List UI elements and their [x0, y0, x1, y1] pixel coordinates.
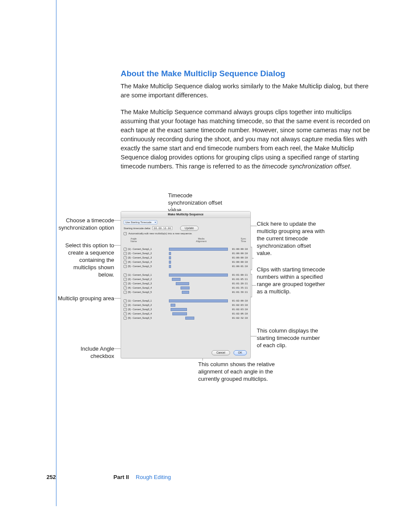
clip-groups: ✓[1] - Concert_Song1_101:00:00:10✓[2] - … — [124, 247, 248, 347]
clip-row: ✓[1] - Concert_Song1_101:00:00:10 — [124, 247, 248, 251]
alignment-bar — [169, 265, 171, 268]
include-angle-checkbox[interactable]: ✓ — [124, 278, 127, 281]
alignment-bar — [169, 256, 171, 259]
alignment-bar — [181, 286, 190, 289]
callout-grouping-area: Multiclip grouping area — [56, 295, 114, 302]
include-angle-checkbox[interactable]: ✓ — [124, 299, 127, 302]
alignment-bar — [169, 248, 228, 251]
include-angle-checkbox[interactable]: ✓ — [124, 261, 127, 264]
section-heading: About the Make Multiclip Sequence Dialog — [121, 69, 371, 78]
alignment-bar — [171, 304, 175, 307]
clip-row: ✓[2] - Concert_Song3_201:02:03:10 — [124, 303, 248, 307]
clip-row: ✓[2] - Concert_Song2_201:01:05:11 — [124, 277, 248, 281]
alignment-bar — [176, 282, 189, 285]
alignment-bar — [185, 317, 194, 320]
cancel-button[interactable]: Cancel — [212, 350, 230, 355]
sync-timecode: 01:02:03:10 — [228, 304, 248, 306]
callout-group-bracket: Clips with starting timecode numbers wit… — [257, 266, 326, 296]
auto-edit-checkbox[interactable]: ✓ — [124, 232, 127, 235]
sync-timecode: 01:00:00:10 — [228, 252, 248, 255]
clip-row: ✓[5] - Concert_Song2_501:01:38:11 — [124, 290, 248, 294]
include-angle-checkbox[interactable]: ✓ — [124, 308, 127, 311]
alignment-bar — [169, 252, 171, 255]
clip-name: [2] - Concert_Song3_2 — [128, 304, 169, 306]
sync-timecode: 01:02:06:10 — [228, 312, 248, 315]
body-paragraph-1: The Make Multiclip Sequence dialog works… — [121, 82, 371, 100]
make-multiclip-sequence-dialog: Make Multiclip Sequence Use Starting Tim… — [121, 211, 251, 358]
callout-angle-checkbox: Include Angle checkbox — [56, 345, 114, 360]
alignment-bar — [182, 291, 189, 294]
alignment-bar — [171, 308, 187, 311]
callout-update: Click here to update the multiclip group… — [257, 221, 326, 257]
clip-name: [3] - Concert_Song1_3 — [128, 256, 169, 259]
include-angle-checkbox[interactable]: ✓ — [124, 274, 127, 277]
clip-name: [4] - Concert_Song1_4 — [128, 261, 169, 263]
clip-row: ✓[1] - Concert_Song2_101:01:00:11 — [124, 273, 248, 277]
sync-timecode: 01:00:01:10 — [228, 265, 248, 268]
clip-name: [1] - Concert_Song3_1 — [128, 299, 169, 302]
clip-row: ✓[2] - Concert_Song1_201:00:00:10 — [124, 251, 248, 255]
clip-name: [5] - Concert_Song2_5 — [128, 291, 169, 293]
alignment-bar — [172, 312, 187, 315]
page-number: 252 — [47, 474, 56, 480]
update-button[interactable]: Update — [180, 226, 199, 231]
alignment-bar — [172, 278, 181, 281]
alignment-bar — [169, 299, 228, 302]
include-angle-checkbox[interactable]: ✓ — [124, 248, 127, 251]
include-angle-checkbox[interactable]: ✓ — [124, 256, 127, 259]
clip-name: [2] - Concert_Song1_2 — [128, 252, 169, 255]
include-angle-checkbox[interactable]: ✓ — [124, 317, 127, 320]
dialog-title: Make Multiclip Sequence — [121, 212, 250, 218]
clip-name: [5] - Concert_Song1_5 — [128, 265, 169, 268]
delta-timecode-input[interactable]: 00:00:10:00 — [153, 226, 172, 230]
ok-button[interactable]: OK — [234, 350, 247, 355]
callout-align-col: This column shows the relative alignment… — [198, 361, 280, 383]
clip-row: ✓[3] - Concert_Song3_301:02:03:10 — [124, 307, 248, 311]
clip-name: [4] - Concert_Song2_4 — [128, 286, 169, 289]
include-angle-checkbox[interactable]: ✓ — [124, 291, 127, 294]
sync-timecode: 01:02:00:10 — [228, 299, 248, 302]
include-angle-checkbox[interactable]: ✓ — [124, 252, 127, 255]
clip-row: ✓[4] - Concert_Song2_401:01:35:11 — [124, 286, 248, 290]
sync-timecode: 01:01:20:11 — [228, 282, 248, 285]
include-angle-checkbox[interactable]: ✓ — [124, 304, 127, 307]
clip-name: [3] - Concert_Song3_3 — [128, 308, 169, 311]
callout-sync-option: Choose a timecode synchronization option — [56, 217, 114, 232]
sync-method-select[interactable]: Use Starting Timecode — [124, 220, 157, 224]
clip-name: [5] - Concert_Song3_5 — [128, 317, 169, 319]
section-label: Rough Editing — [136, 474, 171, 480]
clip-row: ✓[3] - Concert_Song2_301:01:20:11 — [124, 281, 248, 286]
sync-timecode: 01:01:05:11 — [228, 278, 248, 280]
clip-row: ✓[1] - Concert_Song3_101:02:00:10 — [124, 299, 248, 303]
alignment-bar — [169, 261, 171, 264]
alignment-bar — [169, 274, 228, 277]
sync-timecode: 01:01:00:11 — [228, 274, 248, 276]
sync-timecode: 01:00:00:10 — [228, 248, 248, 250]
clip-name: [2] - Concert_Song2_2 — [128, 278, 169, 280]
clip-row: ✓[4] - Concert_Song1_401:00:00:10 — [124, 260, 248, 264]
include-angle-checkbox[interactable]: ✓ — [124, 286, 127, 289]
include-angle-checkbox[interactable]: ✓ — [124, 282, 127, 285]
clip-row: ✓[5] - Concert_Song1_501:00:01:10 — [124, 264, 248, 268]
page-footer: 252 Part II Rough Editing — [47, 474, 171, 480]
include-angle-checkbox[interactable]: ✓ — [124, 265, 127, 268]
sync-timecode: 01:01:35:11 — [228, 286, 248, 289]
include-angle-checkbox[interactable]: ✓ — [124, 312, 127, 315]
sync-timecode: 01:02:32:10 — [228, 317, 248, 319]
column-headers: AngleName MediaAlignment SyncTime — [124, 237, 248, 246]
clip-name: [4] - Concert_Song3_4 — [128, 312, 169, 315]
clip-name: [1] - Concert_Song1_1 — [128, 248, 169, 250]
sync-timecode: 01:01:38:11 — [228, 291, 248, 293]
clip-name: [1] - Concert_Song2_1 — [128, 274, 169, 276]
clip-row: ✓[3] - Concert_Song1_301:00:00:10 — [124, 255, 248, 260]
clip-name: [3] - Concert_Song2_3 — [128, 282, 169, 285]
delta-label: Starting timecode delta: — [124, 227, 151, 230]
clip-row: ✓[5] - Concert_Song3_501:02:32:10 — [124, 316, 248, 320]
part-label: Part II — [113, 474, 129, 480]
figure: Timecode synchronization offset value Ch… — [56, 190, 375, 388]
sync-timecode: 01:00:00:10 — [228, 256, 248, 259]
callout-sync-col: This column displays the starting timeco… — [257, 327, 326, 349]
sync-timecode: 01:02:03:10 — [228, 308, 248, 311]
auto-edit-label: Automatically edit new multiclip(s) into… — [128, 232, 192, 235]
clip-row: ✓[4] - Concert_Song3_401:02:06:10 — [124, 311, 248, 316]
